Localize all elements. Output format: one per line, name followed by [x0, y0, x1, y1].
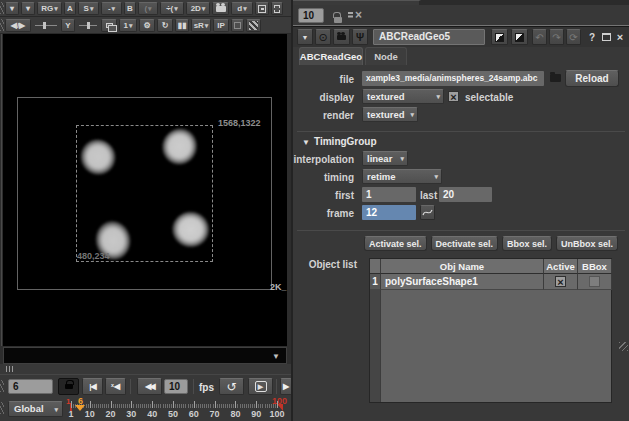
step-back-button[interactable]: ◀◀: [137, 378, 162, 395]
buffer-a-mode-dropdown[interactable]: S▾: [78, 2, 99, 15]
clear-panels-icon[interactable]: ×: [355, 8, 362, 22]
first-frame-input[interactable]: 1: [362, 187, 416, 202]
dropdown-icon[interactable]: ▾: [21, 2, 35, 15]
activate-sel-button[interactable]: Activate sel.: [364, 236, 427, 251]
mask-toggle-icon[interactable]: [231, 19, 244, 32]
bbox-checkbox[interactable]: [589, 276, 600, 287]
downrez-dropdown[interactable]: d▾: [231, 2, 253, 15]
table-row[interactable]: 1polySurfaceShape1×: [370, 274, 611, 290]
buffer-a-button[interactable]: A: [64, 2, 76, 15]
wipe-mode-dropdown[interactable]: -▾: [101, 2, 122, 15]
object-table-header-active[interactable]: Active: [544, 259, 578, 274]
chevron-down-icon: ▾: [434, 173, 438, 180]
gain-mode-dropdown[interactable]: ÷(▾: [160, 2, 184, 15]
viewer-canvas[interactable]: 1568,1322 480,234 2K_: [3, 34, 287, 346]
max-panels-input[interactable]: 10: [298, 8, 324, 23]
gamma-button[interactable]: Y: [61, 19, 75, 32]
object-name-cell[interactable]: polySurfaceShape1: [381, 274, 544, 290]
unlock-icon[interactable]: [333, 10, 345, 23]
timeline-tick-label: 50: [168, 409, 178, 419]
view-2d-dropdown[interactable]: 2D▾: [186, 2, 210, 15]
dropdown-icon[interactable]: ▾: [5, 2, 19, 15]
redo-button[interactable]: ↷: [549, 29, 564, 45]
close-panel-button[interactable]: ×: [614, 29, 626, 45]
group-collapse-icon[interactable]: ▼: [302, 138, 310, 147]
pane-splitter-handle[interactable]: [0, 2, 4, 14]
file-path-input[interactable]: xample3_media/animspheres_24samp.abc: [362, 71, 544, 86]
reload-button[interactable]: Reload: [565, 70, 619, 87]
float-panel-button[interactable]: [600, 29, 612, 45]
playhead-marker[interactable]: [75, 405, 85, 411]
roi-icon[interactable]: [271, 2, 283, 15]
collapsed-info-strip[interactable]: ▼: [3, 347, 287, 364]
active-checkbox[interactable]: ×: [555, 276, 566, 287]
fit-viewer-icon[interactable]: [255, 2, 269, 15]
frame-increment-input[interactable]: 10: [164, 379, 188, 394]
object-table-header-obj-name[interactable]: Obj Name: [381, 259, 544, 274]
object-table-header-index[interactable]: [370, 259, 381, 274]
browse-file-button[interactable]: [550, 72, 562, 83]
dectivate-sel-button[interactable]: Dectivate sel.: [431, 236, 499, 251]
unbbox-sel-button[interactable]: UnBbox sel.: [556, 236, 618, 251]
input-process-button[interactable]: IP: [213, 19, 229, 32]
row-index-cell[interactable]: 1: [370, 274, 381, 290]
render-camera-icon[interactable]: [212, 2, 229, 15]
timeline-tick-label: 100: [270, 409, 285, 419]
bbox-cell[interactable]: [578, 274, 612, 290]
buffer-b-mode-dropdown[interactable]: (▾: [138, 2, 158, 15]
timeline-ruler[interactable]: 1 6 100 1102030405060708090100: [0, 397, 291, 421]
gain-slider[interactable]: [33, 19, 59, 32]
gear-icon[interactable]: ⚙: [139, 19, 155, 32]
gamma-slider[interactable]: [77, 19, 99, 32]
pause-icon[interactable]: ▮▮: [175, 19, 189, 32]
bbox-sel-button[interactable]: Bbox sel.: [502, 236, 552, 251]
pane-splitter-handle[interactable]: [0, 19, 4, 31]
render-dropdown[interactable]: textured▾: [362, 107, 418, 122]
tab-abcreadgeo[interactable]: ABCReadGeo: [299, 47, 363, 65]
timeline-tick-label: 90: [251, 409, 261, 419]
frame-input-selected[interactable]: 12: [362, 205, 416, 220]
viewer-lut-dropdown[interactable]: sR▾: [191, 19, 211, 32]
render-camera-button[interactable]: [333, 29, 350, 45]
revert-button[interactable]: ⟳: [566, 29, 581, 45]
lock-range-button[interactable]: [58, 378, 79, 395]
channels-dropdown[interactable]: RG▾: [37, 2, 62, 15]
animation-curve-button[interactable]: [420, 205, 435, 220]
previous-keyframe-button[interactable]: ˣ◀: [105, 378, 126, 395]
timing-dropdown[interactable]: retime▾: [362, 169, 442, 184]
overlay-toggle-icon[interactable]: [101, 19, 117, 32]
play-button[interactable]: ▶: [248, 378, 273, 395]
minimize-panel-button[interactable]: ▼: [297, 29, 313, 45]
lighting-button[interactable]: Ψ: [352, 29, 368, 45]
node-name-input[interactable]: ABCReadGeo5: [373, 29, 485, 45]
selectable-checkbox[interactable]: ×: [448, 91, 459, 102]
proxy-stripes-icon[interactable]: [246, 19, 261, 32]
display-dropdown[interactable]: textured▾: [362, 89, 444, 104]
drag-handle-icon[interactable]: [6, 366, 13, 372]
active-cell[interactable]: ×: [544, 274, 578, 290]
text-color-button[interactable]: [511, 29, 528, 45]
node-color-button[interactable]: [491, 29, 508, 45]
viewer-toolbar-second: ◀/▶Y1▾⚙↻▮▮sR▾IP: [0, 17, 291, 34]
goto-start-button[interactable]: |◀: [82, 378, 103, 395]
loop-mode-button[interactable]: ↺: [219, 378, 244, 395]
chevron-down-icon[interactable]: ▼: [272, 352, 280, 361]
tab-node[interactable]: Node: [365, 47, 407, 65]
interpolation-dropdown[interactable]: linear▾: [362, 151, 408, 166]
buffer-b-button[interactable]: B: [124, 2, 136, 15]
last-frame-input[interactable]: 20: [439, 187, 492, 202]
undo-button[interactable]: ↶: [532, 29, 547, 45]
current-frame-input[interactable]: 6: [8, 379, 53, 394]
prev-next-frame-button[interactable]: ◀/▶: [5, 19, 31, 32]
zoom-level-dropdown[interactable]: 1▾: [119, 19, 137, 32]
refresh-icon[interactable]: ↻: [157, 19, 173, 32]
resize-grip-icon[interactable]: [619, 342, 628, 351]
help-button[interactable]: ?: [586, 29, 598, 45]
properties-tab-stub[interactable]: [293, 0, 421, 5]
pane-splitter-handle[interactable]: [0, 380, 4, 392]
camera-icon: [337, 35, 346, 40]
center-node-button[interactable]: ⊙: [315, 29, 331, 45]
object-table-header-bbox[interactable]: BBox: [578, 259, 612, 274]
timeline-tick-label: 80: [230, 409, 240, 419]
object-list-table: Obj NameActiveBBox 1polySurfaceShape1×: [369, 258, 612, 403]
